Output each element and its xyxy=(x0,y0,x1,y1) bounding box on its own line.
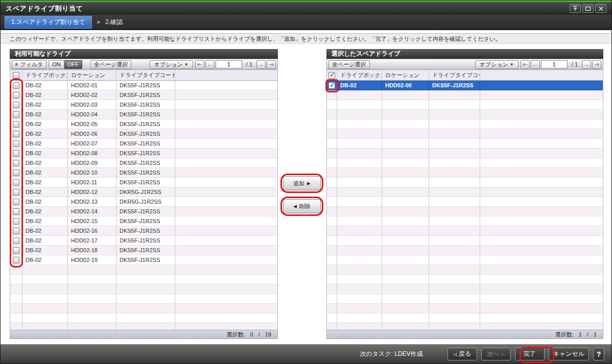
row-checkbox[interactable] xyxy=(13,237,19,244)
cancel-button[interactable]: キャンセル xyxy=(549,348,589,360)
table-row[interactable]: DB-02HDD02-13DKR5G-J1R2SS xyxy=(10,197,277,207)
table-row[interactable]: DB-02HDD02-11DKS5F-J1R2SS xyxy=(10,178,277,187)
row-checkbox[interactable] xyxy=(13,140,19,147)
row-checkbox[interactable] xyxy=(13,247,19,254)
empty-cell xyxy=(429,226,480,236)
empty-cell xyxy=(327,226,337,236)
next-page-button[interactable]: → xyxy=(582,60,591,69)
row-checkbox[interactable] xyxy=(13,179,19,186)
last-page-button[interactable]: ⇥ xyxy=(267,60,276,69)
table-row[interactable]: DB-02HDD02-05DKS5F-J1R2SS xyxy=(10,119,277,129)
select-all-checkbox[interactable] xyxy=(328,72,335,79)
table-row[interactable]: DB-02HDD02-16DKS5F-J1R2SS xyxy=(10,226,277,236)
options-button[interactable]: オプション ▼ xyxy=(475,60,519,69)
empty-cell xyxy=(327,110,337,119)
row-checkbox[interactable] xyxy=(13,257,19,263)
selection-count-label: 選択数: xyxy=(227,331,245,338)
arrow-right-icon: ▶ xyxy=(307,181,311,186)
empty-row xyxy=(327,187,603,197)
table-row[interactable]: DB-02HDD02-14DKS5F-J1R2SS xyxy=(10,207,277,216)
empty-cell xyxy=(382,110,429,119)
empty-cell xyxy=(480,226,603,236)
filter-off-button[interactable]: OFF xyxy=(64,60,82,69)
row-checkbox[interactable] xyxy=(13,92,19,99)
row-checkbox[interactable] xyxy=(13,228,19,234)
table-row[interactable]: DB-02HDD02-06DKS5F-J1R2SS xyxy=(10,129,277,139)
empty-cell xyxy=(337,294,382,304)
table-row[interactable]: DB-02HDD02-04DKS5F-J1R2SS xyxy=(10,110,277,119)
table-row[interactable]: DB-02HDD02-12DKR5G-J1R2SS xyxy=(10,187,277,197)
empty-cell xyxy=(327,246,337,255)
empty-cell xyxy=(327,216,337,226)
row-checkbox-cell xyxy=(10,178,22,187)
total-count: 19 xyxy=(265,331,271,337)
select-all-pages-button[interactable]: 全ページ選択 xyxy=(90,60,132,69)
row-checkbox[interactable] xyxy=(13,102,19,108)
column-header[interactable]: ドライブボックス xyxy=(22,70,68,81)
row-checkbox[interactable] xyxy=(13,150,19,157)
table-row[interactable]: DB-02HDD02-01DKS5F-J1R2SS xyxy=(10,81,277,90)
select-all-checkbox[interactable] xyxy=(13,72,19,79)
row-checkbox[interactable] xyxy=(13,189,19,196)
column-header[interactable]: ロケーション xyxy=(382,70,429,81)
column-header[interactable]: ドライブタイプコード xyxy=(429,70,480,81)
table-row[interactable]: DB-02HDD02-09DKS5F-J1R2SS xyxy=(10,158,277,168)
add-button[interactable]: 追加 ▶ xyxy=(283,176,321,190)
row-checkbox[interactable] xyxy=(13,160,19,166)
empty-cell xyxy=(327,197,337,207)
empty-row xyxy=(10,284,277,294)
row-filler-cell xyxy=(175,226,277,236)
row-checkbox[interactable] xyxy=(328,82,335,89)
close-button[interactable] xyxy=(595,4,606,13)
empty-cell xyxy=(337,313,382,323)
row-checkbox[interactable] xyxy=(13,82,19,89)
first-page-button[interactable]: ⇤ xyxy=(195,60,204,69)
column-header[interactable]: ドライブボックス xyxy=(337,70,382,81)
column-header[interactable]: ロケーション xyxy=(68,70,116,81)
page-number-input[interactable] xyxy=(216,60,242,68)
filter-on-button[interactable]: ON xyxy=(49,60,64,69)
row-checkbox[interactable] xyxy=(13,111,19,118)
row-checkbox[interactable] xyxy=(13,169,19,176)
prev-page-button[interactable]: ← xyxy=(205,60,215,69)
table-row[interactable]: DB-02HDD02-10DKS5F-J1R2SS xyxy=(10,168,277,178)
options-button[interactable]: オプション ▼ xyxy=(150,60,193,69)
table-row[interactable]: DB-02HDD02-15DKS5F-J1R2SS xyxy=(10,216,277,226)
next-button[interactable]: 次へ ▷ xyxy=(481,348,511,360)
table-row[interactable]: DB-02HDD02-00DKS5F-J1R2SS xyxy=(327,81,603,90)
empty-cell xyxy=(480,313,603,323)
empty-cell xyxy=(68,323,116,330)
table-row[interactable]: DB-02HDD02-08DKS5F-J1R2SS xyxy=(10,149,277,158)
first-page-button[interactable]: ⇤ xyxy=(521,60,530,69)
row-checkbox[interactable] xyxy=(13,121,19,128)
empty-cell xyxy=(22,323,68,330)
table-row[interactable]: DB-02HDD02-19DKS5F-J1R2SS xyxy=(10,255,277,265)
back-button[interactable]: ◁ 戻る xyxy=(448,348,477,360)
finish-button[interactable]: 完了 xyxy=(515,348,545,360)
row-checkbox[interactable] xyxy=(13,218,19,225)
drive-type-code-cell: DKS5F-J1R2SS xyxy=(116,100,175,110)
select-all-pages-button[interactable]: 全ページ選択 xyxy=(328,60,370,69)
maximize-button[interactable] xyxy=(582,4,594,13)
empty-cell xyxy=(10,294,22,304)
table-row[interactable]: DB-02HDD02-03DKS5F-J1R2SS xyxy=(10,100,277,110)
prev-page-button[interactable]: ← xyxy=(531,60,540,69)
table-row[interactable]: DB-02HDD02-02DKS5F-J1R2SS xyxy=(10,90,277,100)
empty-cell xyxy=(327,236,337,246)
table-row[interactable]: DB-02HDD02-18DKS5F-J1R2SS xyxy=(10,246,277,255)
drive-type-code-cell: DKS5F-J1R2SS xyxy=(116,81,175,90)
column-header[interactable]: ドライブタイプコード xyxy=(116,70,175,81)
row-checkbox[interactable] xyxy=(13,199,19,205)
last-page-button[interactable]: ⇥ xyxy=(592,60,601,69)
rollup-button[interactable] xyxy=(570,4,581,13)
filter-button[interactable]: « フィルタ xyxy=(12,60,46,69)
page-number-input[interactable] xyxy=(541,60,568,68)
row-checkbox[interactable] xyxy=(13,208,19,215)
location-cell: HDD02-17 xyxy=(68,236,116,246)
table-row[interactable]: DB-02HDD02-17DKS5F-J1R2SS xyxy=(10,236,277,246)
row-checkbox[interactable] xyxy=(13,131,19,137)
remove-button[interactable]: ◀ 削除 xyxy=(283,199,321,213)
table-row[interactable]: DB-02HDD02-07DKS5F-J1R2SS xyxy=(10,139,277,149)
help-button[interactable]: ? xyxy=(593,348,604,360)
next-page-button[interactable]: → xyxy=(256,60,266,69)
